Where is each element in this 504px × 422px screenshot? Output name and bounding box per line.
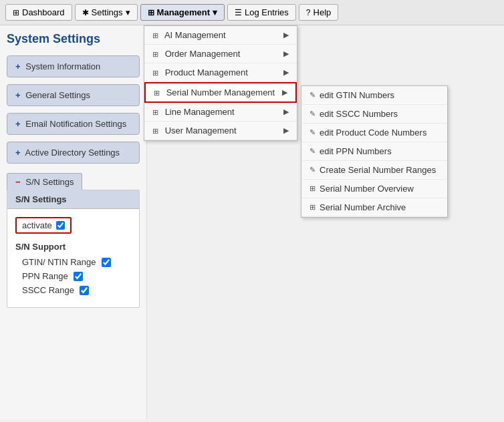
- plus-icon-2: +: [15, 90, 21, 100]
- system-information-button[interactable]: + System Information: [7, 55, 140, 77]
- activate-label: activate: [22, 220, 52, 230]
- line-management-icon: ⊞: [152, 108, 158, 116]
- plus-icon-3: +: [15, 119, 21, 129]
- serial-archive-label: Serial Number Archive: [320, 202, 406, 212]
- ppn-range-label: PPN Range: [22, 271, 68, 281]
- active-directory-button[interactable]: + Active Directory Settings: [7, 142, 140, 164]
- page-body: System Settings + System Information + G…: [0, 25, 504, 419]
- plus-icon-4: +: [15, 148, 21, 158]
- sn-settings-tab[interactable]: − S/N Settings: [7, 173, 82, 190]
- management-icon: ⊞: [148, 8, 154, 17]
- dashboard-icon: ⊞: [13, 8, 19, 17]
- help-button[interactable]: ? Help: [299, 4, 338, 21]
- create-serial-ranges-icon: ✎: [309, 166, 316, 174]
- activate-checkbox[interactable]: [56, 221, 65, 230]
- dropdown-overlay: ⊞ AI Management ▶ ⊞ Order Management ▶: [147, 25, 504, 419]
- top-navigation: ⊞ Dashboard ✱ Settings ▾ ⊞ Management ▾ …: [0, 0, 504, 25]
- serial-overview-icon: ⊞: [309, 184, 316, 193]
- serial-number-management-arrow: ▶: [282, 88, 287, 97]
- settings-icon: ✱: [82, 8, 89, 17]
- ai-management-label: AI Management: [164, 30, 226, 40]
- order-management-label: Order Management: [165, 49, 241, 59]
- sscc-range-row: SSCC Range: [15, 285, 131, 295]
- sn-settings-panel: S/N Settings activate S/N Support GTIN/ …: [7, 190, 140, 308]
- log-entries-label: Log Entries: [245, 7, 289, 17]
- sn-panel-header: S/N Settings: [7, 190, 139, 209]
- edit-gtin-label: edit GTIN Numbers: [320, 90, 394, 100]
- sn-panel-body: activate S/N Support GTIN/ NTIN Range PP…: [7, 209, 139, 307]
- line-management-label: Line Management: [165, 107, 235, 117]
- edit-sscc-label: edit SSCC Numbers: [320, 109, 398, 119]
- email-notifications-label: Email Notification Settings: [25, 119, 126, 129]
- active-directory-label: Active Directory Settings: [25, 148, 120, 158]
- edit-sscc-item[interactable]: ✎ edit SSCC Numbers: [301, 105, 447, 124]
- ai-management-arrow: ▶: [283, 31, 289, 39]
- product-management-arrow: ▶: [283, 68, 289, 77]
- serial-number-management-label: Serial Number Management: [166, 87, 275, 97]
- sscc-range-checkbox[interactable]: [80, 286, 89, 295]
- plus-icon: +: [15, 61, 21, 71]
- settings-label: Settings: [92, 7, 123, 17]
- edit-ppn-icon: ✎: [309, 147, 316, 156]
- product-management-item[interactable]: ⊞ Product Management ▶: [144, 63, 297, 82]
- system-information-label: System Information: [25, 61, 100, 71]
- activate-row: activate: [15, 217, 131, 234]
- serial-number-submenu: ✎ edit GTIN Numbers ✎ edit SSCC Numbers …: [301, 85, 448, 218]
- order-management-item[interactable]: ⊞ Order Management ▶: [144, 45, 297, 63]
- product-management-label: Product Management: [165, 67, 248, 77]
- sidebar-title: System Settings: [7, 32, 140, 46]
- log-entries-icon: ☰: [235, 8, 242, 17]
- sn-support-label: S/N Support: [15, 242, 131, 252]
- sscc-range-label: SSCC Range: [22, 285, 74, 295]
- order-management-icon: ⊞: [152, 50, 158, 58]
- settings-button[interactable]: ✱ Settings ▾: [75, 4, 138, 21]
- ppn-range-checkbox[interactable]: [74, 272, 83, 281]
- ppn-range-row: PPN Range: [15, 271, 131, 281]
- general-settings-button[interactable]: + General Settings: [7, 84, 140, 106]
- ai-management-item[interactable]: ⊞ AI Management ▶: [144, 26, 297, 45]
- dashboard-label: Dashboard: [22, 7, 65, 17]
- settings-chevron: ▾: [126, 7, 130, 17]
- edit-ppn-label: edit PPN Numbers: [320, 146, 392, 156]
- general-settings-label: General Settings: [25, 90, 90, 100]
- management-label: Management: [157, 7, 210, 17]
- user-management-item[interactable]: ⊞ User Management ▶: [144, 122, 297, 140]
- email-notifications-button[interactable]: + Email Notification Settings: [7, 113, 140, 135]
- sidebar: System Settings + System Information + G…: [0, 25, 147, 419]
- sn-settings-tab-label: S/N Settings: [25, 177, 74, 187]
- line-management-item[interactable]: ⊞ Line Management ▶: [144, 103, 297, 122]
- gtin-ntin-checkbox[interactable]: [102, 258, 111, 267]
- help-label: Help: [313, 7, 332, 17]
- activate-box: activate: [15, 217, 72, 234]
- log-entries-button[interactable]: ☰ Log Entries: [227, 4, 296, 21]
- serial-archive-item[interactable]: ⊞ Serial Number Archive: [301, 198, 447, 217]
- serial-archive-icon: ⊞: [309, 203, 316, 212]
- dashboard-button[interactable]: ⊞ Dashboard: [5, 4, 72, 21]
- management-button[interactable]: ⊞ Management ▾: [140, 4, 225, 21]
- edit-product-code-icon: ✎: [309, 128, 316, 137]
- gtin-ntin-row: GTIN/ NTIN Range: [15, 257, 131, 267]
- management-chevron: ▾: [213, 7, 217, 17]
- edit-sscc-icon: ✎: [309, 110, 316, 118]
- line-management-arrow: ▶: [283, 108, 289, 116]
- edit-product-code-label: edit Product Code Numbers: [320, 128, 426, 138]
- edit-ppn-item[interactable]: ✎ edit PPN Numbers: [301, 142, 447, 161]
- ai-management-icon: ⊞: [152, 31, 158, 39]
- user-management-arrow: ▶: [283, 126, 289, 135]
- create-serial-ranges-label: Create Serial Number Ranges: [320, 165, 436, 175]
- management-menu: ⊞ AI Management ▶ ⊞ Order Management ▶: [144, 25, 297, 141]
- create-serial-ranges-item[interactable]: ✎ Create Serial Number Ranges: [301, 161, 447, 180]
- main-content: ⊞ AI Management ▶ ⊞ Order Management ▶: [147, 25, 504, 419]
- user-management-label: User Management: [165, 126, 237, 136]
- serial-number-management-item[interactable]: ⊞ Serial Number Management ▶: [144, 82, 297, 103]
- serial-overview-label: Serial Number Overview: [320, 184, 414, 194]
- serial-overview-item[interactable]: ⊞ Serial Number Overview: [301, 180, 447, 198]
- edit-gtin-icon: ✎: [309, 91, 316, 99]
- minus-icon: −: [15, 177, 21, 187]
- help-icon: ?: [306, 8, 311, 17]
- gtin-ntin-label: GTIN/ NTIN Range: [22, 257, 96, 267]
- user-management-icon: ⊞: [152, 127, 158, 135]
- edit-gtin-item[interactable]: ✎ edit GTIN Numbers: [301, 86, 447, 105]
- serial-number-management-icon: ⊞: [154, 89, 160, 97]
- edit-product-code-item[interactable]: ✎ edit Product Code Numbers: [301, 124, 447, 142]
